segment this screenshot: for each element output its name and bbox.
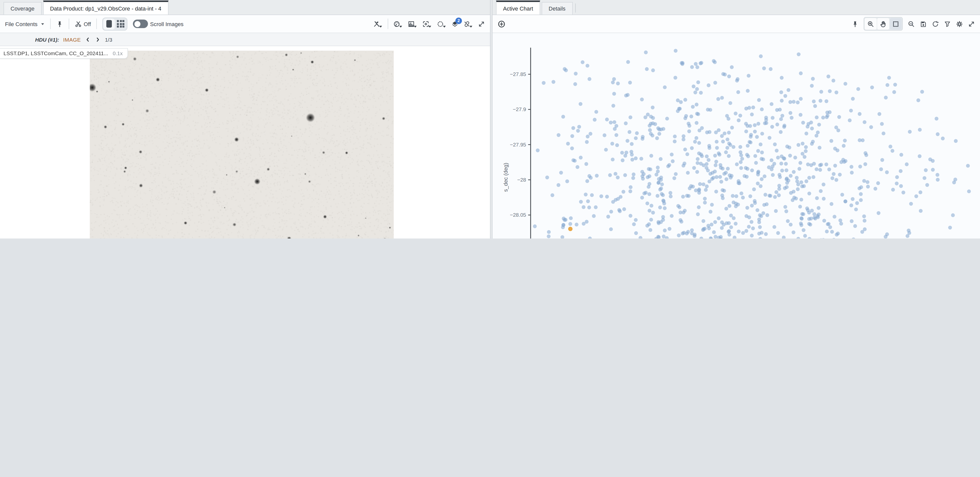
filter-chart-button[interactable] <box>944 20 951 27</box>
stretch-histogram-button[interactable] <box>408 20 417 27</box>
restore-icon <box>932 20 939 27</box>
fits-image[interactable] <box>90 51 394 238</box>
hdu-page-indicator: 1/3 <box>105 37 112 42</box>
expand-image-button[interactable] <box>478 20 485 27</box>
image-zoom-factor: 0.1x <box>113 50 123 56</box>
chevron-down-icon <box>399 24 403 29</box>
cutout-state-label: Off <box>84 21 91 27</box>
scissors-icon <box>75 20 82 27</box>
chevron-down-icon <box>428 24 432 29</box>
svg-text:1X: 1X <box>910 22 912 25</box>
divider <box>575 3 576 13</box>
layers-badge: 2 <box>455 17 462 24</box>
image-panel: Coverage Data Product: dp1_v29.ObsCore -… <box>0 0 490 238</box>
scroll-images-toggle[interactable]: Scroll Images <box>133 19 184 28</box>
top-split: Coverage Data Product: dp1_v29.ObsCore -… <box>0 0 980 238</box>
recenter-button[interactable] <box>422 20 432 27</box>
cutout-button[interactable]: Off <box>75 20 91 27</box>
select-rect-icon <box>892 20 899 27</box>
fits-image-area[interactable]: LSST.DP1, LSSTComCam, CC_O_202411... 0.1… <box>0 46 490 238</box>
image-panel-tabbar: Coverage Data Product: dp1_v29.ObsCore -… <box>0 0 490 15</box>
divider <box>69 19 69 29</box>
pin-button[interactable] <box>56 20 63 27</box>
chart-settings-button[interactable] <box>956 20 963 27</box>
select-mode-button[interactable] <box>890 18 902 30</box>
y-axis-label: s_dec (deg) <box>503 163 509 192</box>
expand-icon <box>968 20 975 27</box>
zoom-in-icon <box>867 20 874 27</box>
save-icon <box>920 20 927 27</box>
chevron-down-icon <box>41 22 45 26</box>
chevron-down-icon <box>442 24 446 29</box>
toggle-switch-icon <box>133 19 148 28</box>
tools-button[interactable] <box>373 20 383 27</box>
scroll-images-label: Scroll Images <box>150 21 184 27</box>
divider <box>50 19 51 29</box>
chart-panel: Active Chart Details 1X <box>493 0 980 238</box>
image-title-overlay: LSST.DP1, LSSTComCam, CC_O_202411... 0.1… <box>0 48 128 59</box>
layers-button[interactable]: 2 <box>451 20 458 27</box>
svg-text:−27.9: −27.9 <box>513 107 526 112</box>
chart-panel-tabbar: Active Chart Details <box>493 0 980 15</box>
hand-icon <box>880 20 887 27</box>
unlink-wcs-button[interactable] <box>463 20 473 27</box>
pin-icon <box>852 20 859 27</box>
zoom-original-button[interactable]: 1X <box>908 20 915 27</box>
panel-splitter[interactable] <box>490 0 493 238</box>
zoom-1x-icon: 1X <box>908 20 915 27</box>
zoom-mode-button[interactable] <box>865 18 877 30</box>
image-title: LSST.DP1, LSSTComCam, CC_O_202411... <box>3 50 108 56</box>
restore-chart-button[interactable] <box>932 20 939 27</box>
divider <box>388 19 388 29</box>
chart-toolbar: 1X <box>493 15 980 33</box>
pin-icon <box>56 20 63 27</box>
plus-circle-icon <box>498 20 506 28</box>
add-chart-button[interactable] <box>498 20 506 28</box>
pan-mode-button[interactable] <box>877 18 889 30</box>
filter-icon <box>944 20 951 27</box>
grid-view-button[interactable] <box>115 18 127 29</box>
tab-data-product[interactable]: Data Product: dp1_v29.ObsCore - data-int… <box>43 0 168 14</box>
svg-text:−28: −28 <box>517 177 526 183</box>
file-contents-dropdown[interactable]: File Contents <box>5 21 45 27</box>
scatter-chart[interactable]: −27.85−27.9−27.95−28−28.05−28.1−28.1553.… <box>493 33 980 238</box>
svg-text:−27.85: −27.85 <box>510 71 526 77</box>
chart-mode-group <box>864 17 903 30</box>
hdu-next-button[interactable] <box>95 37 101 42</box>
hdu-bar: HDU (#1): IMAGE 1/3 <box>0 33 490 46</box>
expand-icon <box>478 20 485 27</box>
pin-chart-button[interactable] <box>852 20 859 27</box>
single-view-icon <box>107 20 112 28</box>
firefly-app: Coverage Data Product: dp1_v29.ObsCore -… <box>0 0 980 238</box>
tab-active-chart[interactable]: Active Chart <box>496 0 540 14</box>
chevron-down-icon <box>413 24 417 29</box>
image-tools-cluster: 2 <box>373 19 485 29</box>
chevron-down-icon <box>469 24 473 29</box>
grid-view-icon <box>117 20 125 28</box>
hdu-type: IMAGE <box>63 37 81 42</box>
file-contents-label: File Contents <box>5 21 38 27</box>
chevron-down-icon <box>379 24 383 29</box>
divider <box>97 19 97 29</box>
single-view-button[interactable] <box>103 18 115 29</box>
tab-details[interactable]: Details <box>542 2 573 14</box>
hdu-label: HDU (#1): <box>35 37 59 42</box>
tab-coverage[interactable]: Coverage <box>3 2 41 14</box>
svg-text:−27.95: −27.95 <box>510 142 526 148</box>
expand-chart-button[interactable] <box>968 20 975 27</box>
select-region-button[interactable] <box>437 20 446 27</box>
save-chart-button[interactable] <box>920 20 927 27</box>
hdu-prev-button[interactable] <box>85 37 91 42</box>
gear-icon <box>956 20 963 27</box>
color-palette-button[interactable] <box>393 20 403 27</box>
chart-tools-cluster: 1X <box>852 17 975 30</box>
scatter-plot-svg[interactable]: −27.85−27.9−27.95−28−28.05−28.1−28.1553.… <box>493 33 980 238</box>
image-toolbar: File Contents Off <box>0 15 490 33</box>
view-mode-group <box>103 17 128 30</box>
svg-text:−28.05: −28.05 <box>510 212 526 218</box>
